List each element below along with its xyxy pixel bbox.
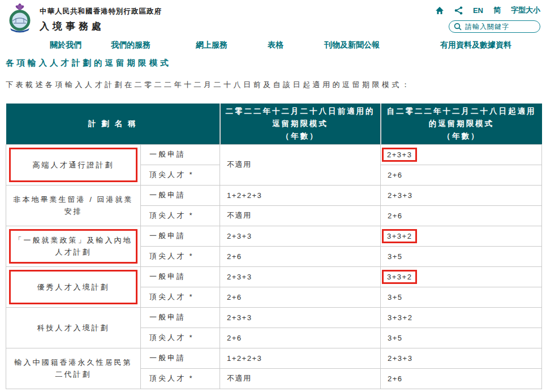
application-type-cell: 一般申請 [141, 307, 220, 328]
application-type-cell: 頂尖人才 * [141, 165, 220, 185]
nav-item-useful-information[interactable]: 有用資料及數據資料 [440, 40, 511, 50]
before-value-cell: 2+6 [220, 328, 381, 348]
nav-item-publications-press[interactable]: 刊物及新聞公報 [324, 40, 380, 50]
application-type-cell: 一般申請 [141, 185, 220, 205]
nav-item-our-services[interactable]: 我們的服務 [111, 40, 151, 50]
language-en-link[interactable]: EN [473, 6, 483, 15]
table-row: 非本地畢業生留港 / 回港就業安排 一般申請 1+2+2+3 2+3+3 [6, 185, 542, 205]
scheme-name-cell: 非本地畢業生留港 / 回港就業安排 [6, 185, 141, 226]
scheme-name-cell: 輸入中國籍香港永久性居民第二代計劃 [6, 348, 141, 389]
application-type-cell: 頂尖人才 * [141, 328, 220, 348]
nav-item-about-us[interactable]: 關於我們 [50, 40, 81, 50]
government-title: 中華人民共和國香港特別行政區政府 [40, 7, 162, 16]
after-value-cell: 3+5 [381, 287, 542, 307]
scheme-name-cell: 科技人才入境計劃 [6, 307, 141, 348]
table-header-row: 計 劃 名 稱 二零二二年十二月二十八日前適用的逗留期限模式 （年數） 自二零二… [6, 104, 542, 144]
font-size-control[interactable]: 字型大小 [511, 5, 540, 15]
site-logo-link[interactable]: 中華人民共和國香港特別行政區政府 入境事務處 [7, 3, 162, 33]
after-value-cell: 3+3+2 [381, 266, 542, 287]
intro-text: 下表載述各項輸入人才計劃在二零二二年十二月二十八日前及自該日起適用的逗留期限模式… [6, 80, 546, 90]
application-type-cell: 頂尖人才 * [141, 205, 220, 226]
department-title: 入境事務處 [40, 20, 162, 33]
immd-crest-logo [7, 3, 33, 33]
quick-links: EN 简 字型大小 [435, 3, 540, 15]
application-type-cell: 一般申請 [141, 226, 220, 246]
application-type-cell: 頂尖人才 * [141, 368, 220, 389]
before-value-cell: 2+3+3 [220, 307, 381, 328]
main-navigation: 關於我們 我們的服務 網上服務 表格 刊物及新聞公報 有用資料及數據資料 [50, 40, 546, 51]
table-row: 科技人才入境計劃 一般申請 2+3+3 3+3+2 [6, 307, 542, 328]
application-type-cell: 頂尖人才 * [141, 246, 220, 266]
scheme-name-cell: 優秀人才入境計劃 [6, 266, 141, 307]
application-type-cell: 頂尖人才 * [141, 287, 220, 307]
before-value-cell: 不適用 [220, 205, 381, 226]
after-value-cell: 3+5 [381, 246, 542, 266]
after-value-cell: 2+3+3 [381, 144, 542, 165]
scheme-highlight-box: 高端人才通行證計劃 [9, 148, 137, 182]
scheme-name-cell: 高端人才通行證計劃 [6, 144, 141, 185]
table-row: 高端人才通行證計劃 一般申請 不適用 2+3+3 [6, 144, 542, 165]
after-value-cell: 2+6 [381, 205, 542, 226]
share-icon[interactable] [454, 6, 463, 15]
after-value-cell: 2+6 [381, 368, 542, 389]
value-highlight-box: 2+3+3 [382, 148, 417, 162]
table-row: 優秀人才入境計劃 一般申請 2+3+3 3+3+2 [6, 266, 542, 287]
language-simplified-link[interactable]: 简 [493, 5, 501, 15]
table-row: 輸入中國籍香港永久性居民第二代計劃 一般申請 1+2+2+3 2+3+3 [6, 348, 542, 368]
value-highlight-box: 3+3+2 [382, 229, 417, 243]
stay-pattern-table: 計 劃 名 稱 二零二二年十二月二十八日前適用的逗留期限模式 （年數） 自二零二… [6, 104, 542, 389]
search-input[interactable] [465, 23, 546, 31]
header-right: EN 简 字型大小 [435, 3, 540, 33]
application-type-cell: 一般申請 [141, 266, 220, 287]
brand-text: 中華人民共和國香港特別行政區政府 入境事務處 [40, 3, 162, 33]
header-before-pattern: 二零二二年十二月二十八日前適用的逗留期限模式 （年數） [220, 104, 381, 144]
header-scheme-name: 計 劃 名 稱 [6, 104, 220, 144]
header-before-unit: （年數） [224, 130, 377, 143]
value-highlight-box: 3+3+2 [382, 270, 417, 284]
search-box[interactable] [449, 20, 540, 33]
before-value-cell: 不適用 [220, 144, 381, 185]
application-type-cell: 一般申請 [141, 348, 220, 368]
before-value-cell: 2+3+3 [220, 266, 381, 287]
before-value-cell: 1+2+2+3 [220, 185, 381, 205]
scheme-name-cell: 「一般就業政策」及輸入內地人才計劃 [6, 226, 141, 266]
before-value-cell: 2+6 [220, 246, 381, 266]
home-icon[interactable] [435, 6, 444, 15]
header-after-unit: （年數） [385, 130, 539, 143]
search-icon [454, 23, 462, 31]
nav-item-forms[interactable]: 表格 [268, 40, 283, 50]
bauhinia-flower [15, 3, 24, 11]
after-value-cell: 3+3+2 [381, 226, 542, 246]
nav-item-online-services[interactable]: 網上服務 [196, 40, 227, 50]
before-value-cell: 1+2+2+3 [220, 348, 381, 368]
after-value-cell: 3+5 [381, 328, 542, 348]
after-value-cell: 3+3+2 [381, 307, 542, 328]
after-value-cell: 2+6 [381, 165, 542, 185]
scheme-highlight-box: 「一般就業政策」及輸入內地人才計劃 [9, 229, 137, 264]
before-value-cell: 不適用 [220, 368, 381, 389]
application-type-cell: 一般申請 [141, 144, 220, 165]
before-value-cell: 2+3+3 [220, 226, 381, 246]
header-after-pattern: 自二零二二年十二月二十八日起適用的逗留期限模式 （年數） [381, 104, 542, 144]
page-header: 中華人民共和國香港特別行政區政府 入境事務處 EN 简 字型大小 [0, 0, 546, 34]
after-value-cell: 2+3+3 [381, 348, 542, 368]
scheme-highlight-box: 優秀人才入境計劃 [9, 270, 137, 304]
after-value-cell: 2+3+3 [381, 185, 542, 205]
page-title: 各項輸入人才計劃的逗留期限模式 [6, 58, 546, 68]
before-value-cell: 2+6 [220, 287, 381, 307]
table-row: 「一般就業政策」及輸入內地人才計劃 一般申請 2+3+3 3+3+2 [6, 226, 542, 246]
